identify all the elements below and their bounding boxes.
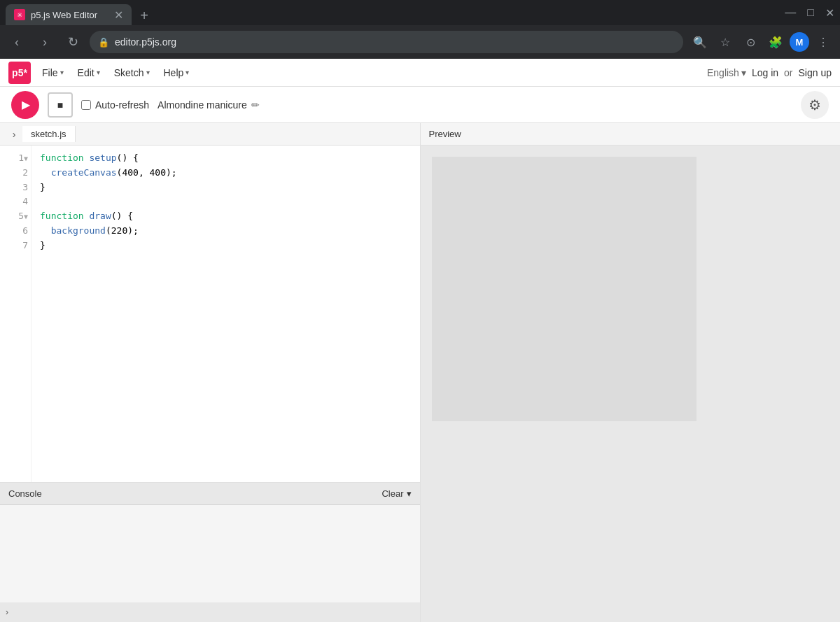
- file-panel-toggle[interactable]: ›: [6, 126, 22, 143]
- stop-button[interactable]: [48, 92, 73, 118]
- preview-header: Preview: [421, 123, 841, 146]
- login-link[interactable]: Log in: [752, 67, 778, 78]
- address-bar[interactable]: 🔒 editor.p5js.org: [90, 31, 683, 53]
- preview-title: Preview: [429, 129, 461, 139]
- profile-button[interactable]: M: [790, 32, 809, 52]
- minimize-icon[interactable]: —: [785, 6, 796, 19]
- menu-edit[interactable]: Edit ▾: [72, 64, 106, 81]
- lock-icon: 🔒: [98, 37, 109, 48]
- language-label: English: [707, 67, 739, 78]
- console-title: Console: [8, 488, 382, 499]
- back-button[interactable]: ‹: [6, 31, 28, 53]
- console-body: [0, 505, 420, 602]
- language-selector[interactable]: English ▾: [707, 67, 746, 78]
- editor-main: › sketch.js 1▼ 2 3 4 5▼ 6 7 function set…: [0, 123, 840, 622]
- p5-logo: p5*: [8, 62, 31, 84]
- menu-bar: p5* File ▾ Edit ▾ Sketch ▾ Help ▾ Englis…: [0, 59, 840, 87]
- console-clear-button[interactable]: Clear ▾: [382, 488, 411, 499]
- console-chevron-icon: ▾: [407, 488, 412, 499]
- code-content[interactable]: function setup() { createCanvas(400, 400…: [31, 146, 420, 482]
- sketch-name: Almondine manicure ✏: [158, 99, 260, 111]
- close-icon[interactable]: ✕: [825, 6, 834, 20]
- console-header: Console Clear ▾: [0, 483, 420, 505]
- file-chevron-icon: ▾: [60, 69, 64, 76]
- preview-canvas: [432, 157, 696, 421]
- menu-sketch[interactable]: Sketch ▾: [108, 64, 155, 81]
- media-icon[interactable]: ⊙: [739, 31, 762, 53]
- more-options-icon[interactable]: ⋮: [812, 31, 834, 53]
- tab-favicon: [14, 9, 25, 20]
- preview-body: [421, 146, 841, 622]
- code-editor-section: › sketch.js 1▼ 2 3 4 5▼ 6 7 function set…: [0, 123, 421, 622]
- pencil-icon[interactable]: ✏: [251, 99, 260, 111]
- console-footer: ›: [0, 602, 420, 622]
- new-tab-button[interactable]: +: [134, 6, 154, 25]
- browser-tab[interactable]: p5.js Web Editor ✕: [6, 4, 132, 25]
- settings-button[interactable]: [801, 91, 829, 119]
- auto-refresh-checkbox[interactable]: [81, 100, 91, 110]
- console-expand-icon[interactable]: ›: [6, 607, 8, 617]
- help-chevron-icon: ▾: [186, 69, 189, 76]
- url-text: editor.p5js.org: [115, 36, 675, 48]
- bookmark-icon[interactable]: ☆: [714, 31, 736, 53]
- or-text: or: [784, 67, 792, 78]
- sketch-chevron-icon: ▾: [146, 69, 150, 76]
- maximize-icon[interactable]: □: [807, 6, 814, 19]
- tab-title: p5.js Web Editor: [31, 10, 108, 20]
- menu-items: File ▾ Edit ▾ Sketch ▾ Help ▾: [36, 64, 195, 81]
- code-area: 1▼ 2 3 4 5▼ 6 7 function setup() { creat…: [0, 146, 420, 482]
- auto-refresh-label: Auto-refresh: [81, 99, 149, 111]
- extensions-icon[interactable]: 🧩: [764, 31, 787, 53]
- menu-help[interactable]: Help ▾: [158, 64, 195, 81]
- line-numbers: 1▼ 2 3 4 5▼ 6 7: [0, 146, 31, 482]
- play-button[interactable]: [11, 91, 39, 119]
- menu-file[interactable]: File ▾: [36, 64, 69, 81]
- editor-toolbar: Auto-refresh Almondine manicure ✏: [0, 87, 840, 123]
- edit-chevron-icon: ▾: [97, 69, 100, 76]
- search-icon[interactable]: 🔍: [689, 31, 711, 53]
- refresh-button[interactable]: ↻: [62, 31, 84, 53]
- forward-button[interactable]: ›: [34, 31, 56, 53]
- menu-right: English ▾ Log in or Sign up: [707, 67, 832, 78]
- tab-close-icon[interactable]: ✕: [114, 8, 123, 22]
- language-chevron-icon: ▾: [741, 67, 746, 78]
- preview-section: Preview: [421, 123, 841, 622]
- file-tabs: › sketch.js: [0, 123, 420, 146]
- console-section: Console Clear ▾ ›: [0, 482, 420, 622]
- signup-link[interactable]: Sign up: [799, 67, 832, 78]
- file-tab-sketch[interactable]: sketch.js: [22, 126, 76, 142]
